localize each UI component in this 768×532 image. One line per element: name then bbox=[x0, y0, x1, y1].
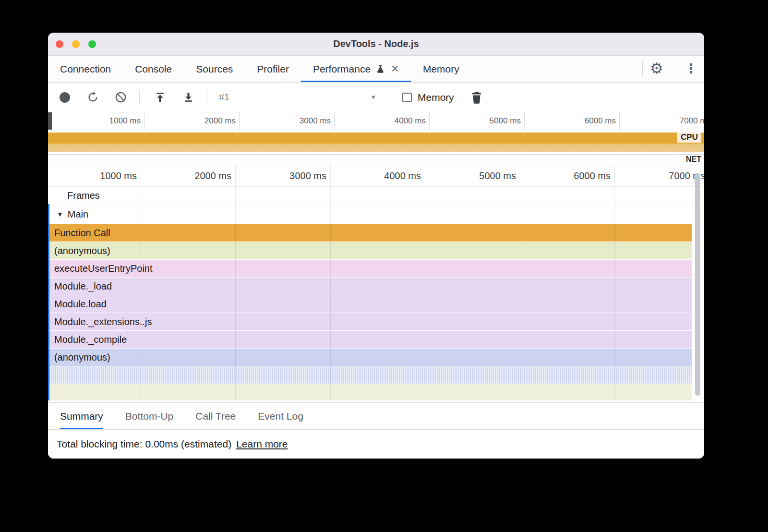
tab-label: Event Log bbox=[258, 411, 303, 422]
flame-bar[interactable]: Module.load bbox=[49, 295, 692, 313]
flame-bar[interactable]: Module._compile bbox=[49, 331, 692, 348]
zoom-window-button[interactable] bbox=[88, 40, 96, 48]
learn-more-link[interactable]: Learn more bbox=[236, 438, 288, 450]
more-options-icon[interactable]: ⋮ bbox=[684, 61, 697, 76]
tab-label: Connection bbox=[60, 63, 111, 75]
time-tick-label: 3000 ms bbox=[281, 116, 331, 126]
cpu-track[interactable]: CPU bbox=[48, 130, 704, 154]
time-tick-label: 2000 ms bbox=[186, 116, 236, 126]
chevron-down-icon: ▼ bbox=[370, 94, 376, 101]
time-tick-label: 3000 ms bbox=[265, 170, 326, 181]
flame-bar[interactable]: (anonymous) bbox=[49, 242, 692, 259]
tab-label: Performance bbox=[313, 63, 371, 75]
flame-band-bottom[interactable] bbox=[49, 384, 692, 400]
tabbar-divider bbox=[642, 61, 643, 77]
cpu-activity-area bbox=[48, 133, 704, 152]
gridline bbox=[429, 112, 430, 130]
tab-label: Call Tree bbox=[195, 411, 236, 422]
flame-bars: Function Call (anonymous) executeUserEnt… bbox=[49, 224, 692, 400]
tab-memory[interactable]: Memory bbox=[411, 56, 471, 82]
flame-bar[interactable]: executeUserEntryPoint bbox=[49, 260, 692, 277]
gridline bbox=[144, 112, 144, 130]
tab-call-tree[interactable]: Call Tree bbox=[195, 403, 236, 429]
tab-label: Memory bbox=[423, 63, 459, 75]
main-track-label: Main bbox=[68, 209, 88, 220]
traffic-lights bbox=[56, 40, 96, 48]
tab-label: Sources bbox=[196, 63, 233, 75]
time-tick-label: 5000 ms bbox=[471, 116, 521, 126]
tab-event-log[interactable]: Event Log bbox=[258, 403, 303, 429]
memory-checkbox[interactable] bbox=[402, 93, 412, 102]
timeline-overview[interactable]: 1000 ms 2000 ms 3000 ms 4000 ms 5000 ms … bbox=[48, 112, 704, 165]
tab-label: Bottom-Up bbox=[125, 411, 173, 422]
memory-checkbox-label[interactable]: Memory bbox=[418, 92, 454, 103]
flame-chart-ruler[interactable]: 1000 ms 2000 ms 3000 ms 4000 ms 5000 ms … bbox=[48, 165, 704, 187]
time-tick-label: 1000 ms bbox=[91, 116, 141, 126]
tab-performance[interactable]: Performance × bbox=[301, 56, 411, 82]
time-tick-label: 5000 ms bbox=[455, 170, 516, 181]
vertical-scrollbar[interactable] bbox=[695, 173, 700, 396]
drawer-tab-bar: Summary Bottom-Up Call Tree Event Log bbox=[48, 402, 704, 429]
net-track[interactable]: NET bbox=[48, 154, 704, 165]
flame-bar[interactable]: (anonymous) bbox=[49, 349, 692, 366]
record-button[interactable] bbox=[60, 92, 70, 103]
time-tick-label: 4000 ms bbox=[360, 170, 421, 181]
time-tick-label: 4000 ms bbox=[376, 116, 426, 126]
tab-console[interactable]: Console bbox=[123, 56, 184, 82]
status-bar: Total blocking time: 0.00ms (estimated) … bbox=[48, 429, 704, 459]
devtools-window: DevTools - Node.js Connection Console So… bbox=[48, 33, 704, 459]
cpu-track-label: CPU bbox=[677, 132, 701, 143]
selected-track-accent bbox=[48, 204, 49, 400]
window-title: DevTools - Node.js bbox=[333, 38, 419, 49]
frames-track-header[interactable]: Frames bbox=[48, 187, 704, 204]
clear-icon[interactable] bbox=[115, 91, 127, 103]
title-bar: DevTools - Node.js bbox=[48, 33, 704, 56]
overview-window-handle[interactable] bbox=[48, 112, 52, 130]
tab-profiler[interactable]: Profiler bbox=[245, 56, 301, 82]
panel-tab-bar: Connection Console Sources Profiler Perf… bbox=[48, 56, 704, 83]
flame-band-striped[interactable] bbox=[49, 366, 692, 384]
profile-history-value: #1 bbox=[219, 92, 229, 103]
toolbar-divider bbox=[207, 90, 207, 105]
flame-bar[interactable]: Function Call bbox=[49, 224, 692, 242]
tab-label: Profiler bbox=[257, 63, 289, 75]
load-profile-icon[interactable] bbox=[154, 91, 166, 103]
gridline bbox=[239, 112, 240, 130]
settings-gear-icon[interactable]: ⚙ bbox=[650, 60, 663, 77]
flame-bar[interactable]: Module._load bbox=[49, 278, 692, 295]
flame-chart[interactable]: 1000 ms 2000 ms 3000 ms 4000 ms 5000 ms … bbox=[48, 165, 704, 400]
close-window-button[interactable] bbox=[56, 40, 63, 48]
net-track-label: NET bbox=[686, 155, 701, 164]
tab-connection[interactable]: Connection bbox=[48, 56, 123, 82]
time-tick-label: 6000 ms bbox=[566, 116, 616, 126]
disclosure-triangle-icon: ▼ bbox=[57, 210, 63, 218]
time-tick-label: 1000 ms bbox=[75, 170, 137, 181]
tab-label: Summary bbox=[60, 411, 103, 422]
time-tick-label: 6000 ms bbox=[549, 170, 611, 181]
tab-bottom-up[interactable]: Bottom-Up bbox=[125, 403, 173, 429]
profile-history-select[interactable]: #1 ▼ bbox=[215, 88, 380, 107]
gridline bbox=[334, 112, 335, 130]
trash-icon[interactable] bbox=[471, 91, 482, 104]
tab-label: Console bbox=[135, 63, 172, 75]
overview-ruler[interactable]: 1000 ms 2000 ms 3000 ms 4000 ms 5000 ms … bbox=[48, 112, 704, 130]
flame-bar[interactable]: Module._extensions..js bbox=[49, 313, 692, 330]
minimize-window-button[interactable] bbox=[72, 40, 80, 48]
toolbar-divider bbox=[139, 90, 140, 105]
time-tick-label: 7000 ms bbox=[661, 116, 704, 126]
performance-toolbar: #1 ▼ Memory bbox=[48, 83, 704, 112]
gridline bbox=[619, 112, 620, 130]
time-tick-label: 2000 ms bbox=[170, 170, 231, 181]
save-profile-icon[interactable] bbox=[182, 91, 194, 103]
reload-and-record-icon[interactable] bbox=[86, 91, 99, 104]
total-blocking-time-text: Total blocking time: 0.00ms (estimated) bbox=[57, 438, 231, 450]
tab-summary[interactable]: Summary bbox=[60, 403, 103, 429]
main-track-header[interactable]: ▼ Main bbox=[48, 204, 704, 224]
experiment-flask-icon bbox=[375, 64, 385, 74]
close-tab-icon[interactable]: × bbox=[391, 62, 399, 75]
tab-sources[interactable]: Sources bbox=[184, 56, 245, 82]
gridline bbox=[524, 112, 525, 130]
